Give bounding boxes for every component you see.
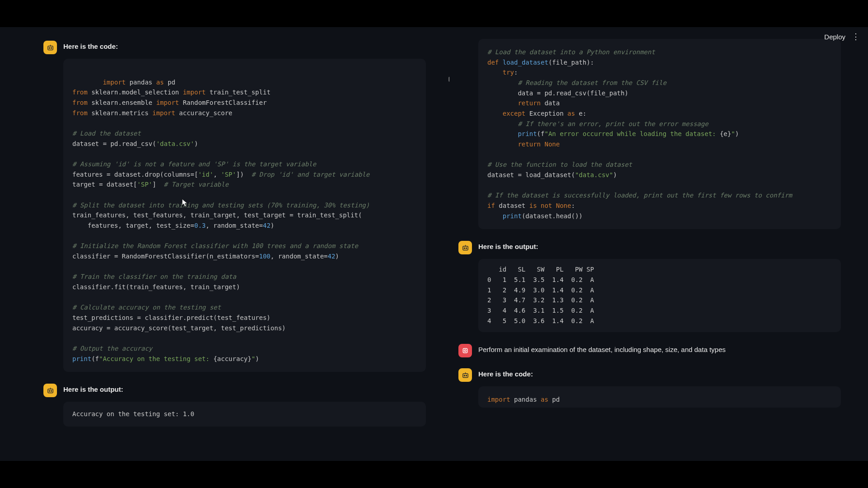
svg-point-18 <box>466 375 467 376</box>
message-text: Here is the code: <box>478 368 533 378</box>
svg-rect-16 <box>462 374 467 378</box>
svg-point-17 <box>464 375 465 376</box>
message-text: Here is the code: <box>63 41 118 50</box>
message-text: Here is the output: <box>63 384 123 393</box>
columns: Here is the code: import pandas as pd fr… <box>0 27 868 461</box>
copy-icon[interactable] <box>410 65 420 75</box>
svg-point-7 <box>49 390 50 391</box>
user-message: Perform an initial examination of the da… <box>458 344 841 357</box>
assistant-avatar-icon <box>458 241 472 254</box>
kebab-menu-icon[interactable]: ⋮ <box>852 33 860 41</box>
assistant-message: Here is the output: <box>43 384 426 397</box>
svg-rect-6 <box>47 389 52 393</box>
assistant-message: Here is the code: <box>458 368 841 382</box>
assistant-message: Here is the code: <box>43 41 426 54</box>
assistant-avatar-icon <box>458 368 472 382</box>
svg-point-15 <box>464 350 466 352</box>
left-column: Here is the code: import pandas as pd fr… <box>0 27 449 461</box>
output-block: Accuracy on the testing set: 1.0 <box>63 402 426 427</box>
svg-rect-0 <box>47 46 52 50</box>
right-column: # Load the dataset into a Python environ… <box>449 27 868 461</box>
message-text: Perform an initial examination of the da… <box>478 344 726 353</box>
letterbox-top <box>0 0 868 27</box>
code-block: import pandas as pd <box>478 386 841 408</box>
letterbox-bottom <box>0 461 868 488</box>
svg-point-2 <box>51 47 52 48</box>
assistant-avatar-icon <box>43 41 57 54</box>
svg-point-11 <box>464 248 465 249</box>
code-block: import pandas as pd from sklearn.model_s… <box>63 59 426 372</box>
app-canvas: Deploy ⋮ Here is the code: import pandas… <box>0 27 868 461</box>
code-block: # Load the dataset into a Python environ… <box>478 39 841 229</box>
deploy-button[interactable]: Deploy <box>824 33 845 41</box>
output-block: id SL SW PL PW SP 0 1 5.1 3.5 1.4 0.2 A … <box>478 259 841 332</box>
svg-rect-10 <box>462 246 467 250</box>
topbar: Deploy ⋮ <box>824 33 860 41</box>
assistant-avatar-icon <box>43 384 57 397</box>
svg-point-8 <box>51 390 52 391</box>
svg-rect-14 <box>463 349 467 353</box>
message-text: Here is the output: <box>478 241 538 250</box>
assistant-message: Here is the output: <box>458 241 841 254</box>
user-avatar-icon <box>458 344 472 357</box>
svg-point-12 <box>466 248 467 249</box>
svg-point-1 <box>49 47 50 48</box>
